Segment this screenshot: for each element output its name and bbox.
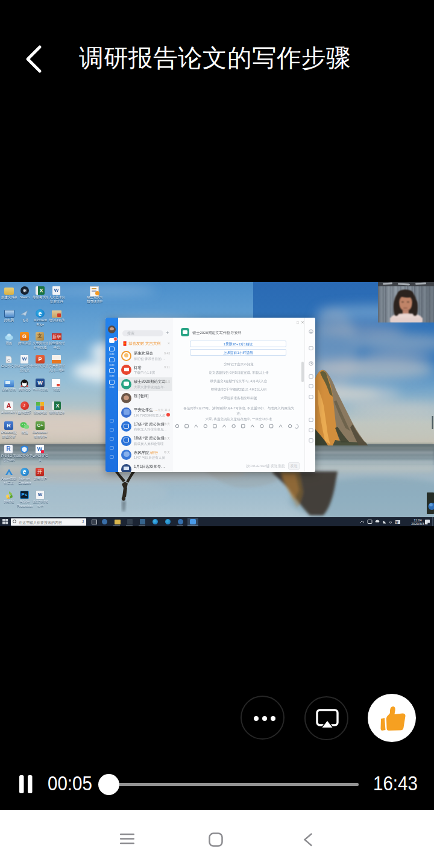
svg-text:C: C [7, 359, 10, 362]
svg-text:英: 英 [395, 521, 398, 524]
